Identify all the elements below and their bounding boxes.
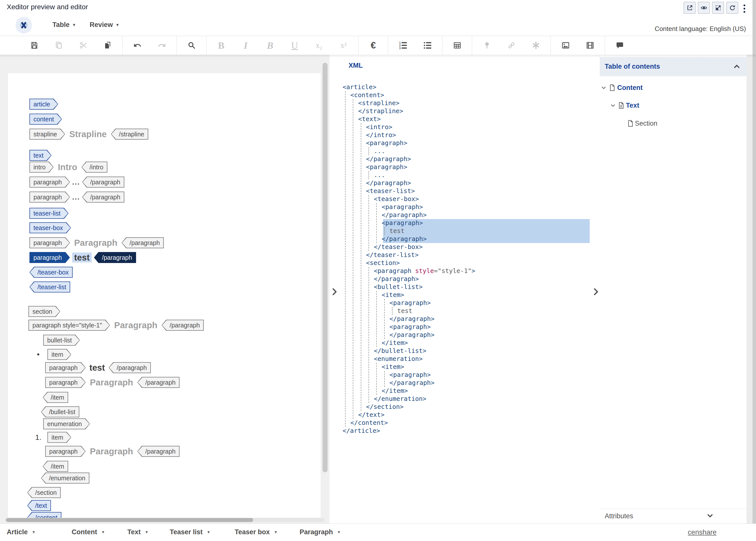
editor-text[interactable]: Paragraph bbox=[72, 238, 119, 248]
editor-text[interactable]: test bbox=[88, 363, 107, 373]
tag-pill--text[interactable]: /text bbox=[27, 500, 51, 511]
toolbar-cut-button[interactable] bbox=[76, 36, 91, 55]
breadcrumb-teaser-list[interactable]: Teaser list▼ bbox=[170, 528, 210, 536]
tag-pill--content[interactable]: /content bbox=[27, 512, 61, 518]
editor-text[interactable]: test bbox=[72, 253, 92, 263]
tag-pill--teaser-box[interactable]: /teaser-box bbox=[29, 267, 73, 278]
tag-pill-text[interactable]: text bbox=[29, 150, 51, 161]
breadcrumb-teaser-box[interactable]: Teaser box▼ bbox=[235, 528, 278, 536]
breadcrumb-paragraph[interactable]: Paragraph▼ bbox=[300, 528, 341, 536]
tag-pill-teaser-box[interactable]: teaser-box bbox=[29, 222, 71, 233]
tag-pill-paragraph[interactable]: paragraph bbox=[29, 177, 70, 188]
toolbar-subscript-button[interactable]: x₂ bbox=[312, 36, 326, 55]
tag-pill-paragraph-style-style-1-[interactable]: paragraph style="style-1" bbox=[29, 320, 110, 331]
editor-text[interactable]: ... bbox=[72, 193, 80, 201]
toolbar-pin-button[interactable] bbox=[480, 36, 494, 55]
tag-pill-item[interactable]: item bbox=[47, 349, 71, 360]
editor-text[interactable]: Paragraph bbox=[88, 446, 135, 456]
tag-pill--paragraph[interactable]: /paragraph bbox=[94, 252, 136, 263]
tag-pill-paragraph[interactable]: paragraph bbox=[45, 446, 86, 457]
toolbar-special-character-button[interactable] bbox=[529, 36, 543, 55]
toolbar-comment-button[interactable] bbox=[613, 36, 627, 55]
window-scrollbar[interactable] bbox=[752, 0, 756, 541]
editor-text[interactable]: Strapline bbox=[67, 129, 109, 139]
tag-pill-content[interactable]: content bbox=[29, 114, 62, 125]
tag-pill-strapline[interactable]: strapline bbox=[29, 129, 65, 140]
toolbar-search-button[interactable] bbox=[184, 36, 199, 55]
tag-pill-paragraph[interactable]: paragraph bbox=[29, 252, 70, 263]
fullscreen-button[interactable] bbox=[712, 2, 724, 14]
open-external-button[interactable] bbox=[684, 2, 696, 14]
tag-pill--enumeration[interactable]: /enumeration bbox=[41, 473, 89, 484]
document-editor-page[interactable]: articlecontentstraplineStrapline/strapli… bbox=[7, 73, 321, 518]
kebab-menu-icon[interactable] bbox=[740, 3, 748, 14]
tag-pill--paragraph[interactable]: /paragraph bbox=[122, 237, 164, 248]
tag-pill-paragraph[interactable]: paragraph bbox=[29, 237, 70, 248]
tag-pill--bullet-list[interactable]: /bullet-list bbox=[41, 406, 79, 417]
chevron-up-icon[interactable] bbox=[732, 62, 741, 71]
tag-pill-bullet-list[interactable]: bullet-list bbox=[43, 335, 80, 346]
chevron-down-icon[interactable] bbox=[706, 512, 714, 520]
chevron-right-icon[interactable] bbox=[592, 287, 600, 297]
editor-text[interactable]: Intro bbox=[56, 162, 79, 172]
toolbar-ordered-list-button[interactable]: 123 bbox=[396, 36, 410, 55]
tag-pill-teaser-list[interactable]: teaser-list bbox=[29, 208, 69, 219]
toc-item-section[interactable]: Section bbox=[600, 119, 746, 128]
toolbar-paste-button[interactable] bbox=[101, 36, 115, 55]
toc-header[interactable]: Table of contents bbox=[600, 57, 746, 76]
tag-pill-intro[interactable]: intro bbox=[29, 162, 54, 173]
toolbar-image-button[interactable] bbox=[558, 36, 573, 55]
chevron-down-icon[interactable] bbox=[601, 84, 607, 91]
editor-text[interactable]: Paragraph bbox=[88, 377, 135, 387]
tag-pill-article[interactable]: article bbox=[29, 99, 58, 110]
toolbar-euro-sign-button[interactable]: € bbox=[366, 36, 380, 55]
toolbar-film-button[interactable] bbox=[583, 36, 597, 55]
tag-pill-paragraph[interactable]: paragraph bbox=[45, 377, 86, 388]
tag-pill--teaser-list[interactable]: /teaser-list bbox=[29, 281, 70, 292]
censhare-link[interactable]: censhare bbox=[688, 528, 716, 536]
breadcrumb-content[interactable]: Content▼ bbox=[72, 528, 105, 536]
tag-pill-paragraph[interactable]: paragraph bbox=[29, 192, 70, 203]
toolbar-save-button[interactable] bbox=[27, 36, 41, 55]
editor-horizontal-scrollbar[interactable] bbox=[5, 518, 325, 522]
toolbar-redo-button[interactable] bbox=[154, 36, 169, 55]
toc-item-content[interactable]: Content bbox=[600, 83, 746, 92]
tag-pill-paragraph[interactable]: paragraph bbox=[45, 362, 86, 373]
tag-pill--paragraph[interactable]: /paragraph bbox=[109, 362, 151, 373]
breadcrumb-article[interactable]: Article▼ bbox=[7, 528, 36, 536]
toolbar-underline-button[interactable]: U bbox=[287, 36, 302, 55]
refresh-button[interactable] bbox=[726, 2, 738, 14]
toolbar-italic-button[interactable]: I bbox=[238, 36, 253, 55]
toolbar-link-button[interactable] bbox=[504, 36, 519, 55]
tag-pill--intro[interactable]: /intro bbox=[81, 162, 107, 173]
toolbar-undo-button[interactable] bbox=[130, 36, 144, 55]
xml-code-view[interactable]: <article><content><strapline></strapline… bbox=[343, 83, 590, 435]
toc-item-text[interactable]: Text bbox=[600, 101, 746, 110]
menu-table[interactable]: Table▾ bbox=[53, 21, 75, 29]
toolbar-unordered-list-button[interactable] bbox=[420, 36, 435, 55]
tag-pill-item[interactable]: item bbox=[47, 432, 71, 443]
tag-pill--paragraph[interactable]: /paragraph bbox=[161, 320, 204, 331]
tag-pill--section[interactable]: /section bbox=[27, 487, 61, 498]
preview-button[interactable] bbox=[698, 2, 710, 14]
tag-pill--paragraph[interactable]: /paragraph bbox=[82, 177, 125, 188]
tag-pill--item[interactable]: /item bbox=[43, 461, 68, 472]
editor-vertical-scrollbar[interactable] bbox=[323, 63, 328, 472]
toolbar-insert-table-button[interactable] bbox=[450, 36, 464, 55]
toolbar-superscript-button[interactable]: x² bbox=[336, 36, 351, 55]
chevron-right-icon[interactable] bbox=[330, 287, 339, 297]
tag-pill--item[interactable]: /item bbox=[43, 392, 68, 403]
chevron-down-icon[interactable] bbox=[610, 102, 616, 109]
editor-text[interactable]: Paragraph bbox=[112, 320, 159, 330]
menu-review[interactable]: Review▾ bbox=[90, 21, 119, 29]
tag-pill--paragraph[interactable]: /paragraph bbox=[137, 446, 179, 457]
tag-pill--paragraph[interactable]: /paragraph bbox=[137, 377, 179, 388]
breadcrumb-text[interactable]: Text▼ bbox=[127, 528, 148, 536]
tag-pill--strapline[interactable]: /strapline bbox=[111, 129, 148, 140]
attributes-section-header[interactable]: Attributes bbox=[600, 509, 746, 523]
toolbar-copy-button[interactable] bbox=[51, 36, 66, 55]
tag-pill--paragraph[interactable]: /paragraph bbox=[82, 192, 125, 203]
editor-text[interactable]: ... bbox=[72, 178, 80, 186]
toolbar-bold-italic-button[interactable]: B bbox=[263, 36, 277, 55]
tag-pill-enumeration[interactable]: enumeration bbox=[43, 418, 90, 429]
